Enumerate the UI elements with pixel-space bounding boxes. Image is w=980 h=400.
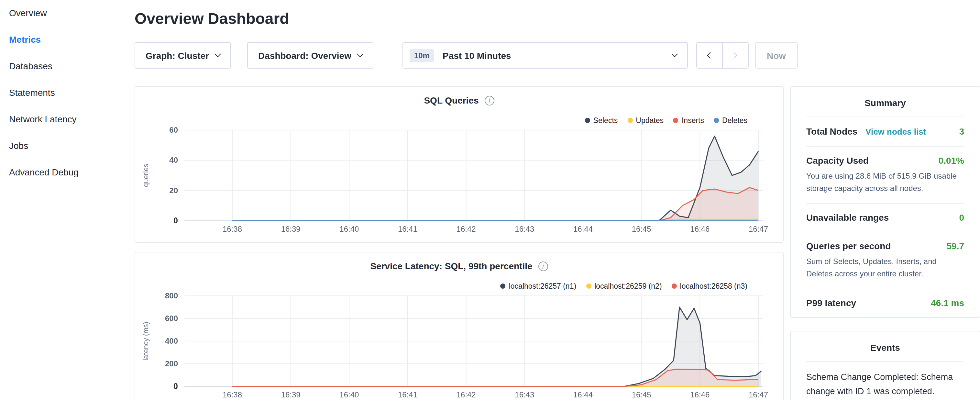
svg-text:800: 800 — [165, 291, 178, 300]
sidebar-item-overview[interactable]: Overview — [0, 0, 123, 27]
main-content: Overview Dashboard Graph: Cluster Dashbo… — [123, 0, 980, 400]
stat-value: 0.01% — [939, 155, 964, 166]
legend-label: Deletes — [722, 116, 748, 124]
svg-text:16:41: 16:41 — [398, 390, 417, 399]
sidebar-item-advanced-debug[interactable]: Advanced Debug — [0, 159, 123, 186]
chevron-down-icon — [215, 51, 221, 57]
view-nodes-list-link[interactable]: View nodes list — [865, 127, 926, 137]
svg-text:queries: queries — [142, 164, 150, 187]
stat-value: 0 — [959, 212, 964, 223]
svg-text:16:41: 16:41 — [398, 225, 417, 233]
time-step-buttons — [696, 42, 749, 69]
svg-text:16:40: 16:40 — [339, 390, 359, 399]
svg-text:16:38: 16:38 — [223, 225, 242, 233]
legend-label: Inserts — [682, 116, 704, 124]
legend-dot-icon — [501, 284, 506, 288]
legend-dot-icon — [585, 118, 590, 123]
events-panel: Events Schema Change Completed: Schema c… — [790, 331, 980, 400]
events-heading: Events — [806, 332, 964, 362]
stat-capacity-used: Capacity Used 0.01% You are using 28.6 M… — [806, 146, 964, 203]
chart-sql-queries: SQL Queries i SelectsUpdatesInsertsDelet… — [135, 86, 784, 243]
svg-text:16:42: 16:42 — [457, 225, 476, 233]
stat-value: 59.7 — [947, 241, 964, 251]
chart-title: Service Latency: SQL, 99th percentile — [370, 261, 532, 271]
sidebar-item-metrics[interactable]: Metrics — [0, 27, 123, 53]
legend-item-localhost-26257-n1-[interactable]: localhost:26257 (n1) — [501, 282, 576, 290]
charts-column: SQL Queries i SelectsUpdatesInsertsDelet… — [135, 86, 784, 400]
controls-bar: Graph: Cluster Dashboard: Overview 10m P… — [135, 42, 980, 69]
graph-scope-label: Graph: Cluster — [146, 50, 209, 61]
svg-text:600: 600 — [165, 314, 178, 323]
svg-text:16:43: 16:43 — [515, 390, 534, 399]
legend-item-inserts[interactable]: Inserts — [673, 116, 704, 124]
chart-canvas[interactable]: 16:3816:3916:4016:4116:4216:4316:4416:45… — [135, 291, 783, 400]
legend-item-updates[interactable]: Updates — [627, 116, 663, 124]
sidebar: Overview Metrics Databases Statements Ne… — [0, 0, 123, 400]
time-next-button[interactable] — [722, 42, 749, 69]
legend-dot-icon — [672, 284, 677, 288]
stat-label: Capacity Used — [806, 155, 869, 166]
summary-panel: Summary Total Nodes View nodes list 3 — [790, 86, 980, 318]
stat-value: 46.1 ms — [931, 298, 964, 308]
sidebar-item-databases[interactable]: Databases — [0, 53, 123, 80]
svg-text:200: 200 — [165, 359, 178, 368]
svg-text:16:42: 16:42 — [457, 390, 476, 399]
time-controls: 10m Past 10 Minutes Now — [402, 42, 797, 69]
legend-item-deletes[interactable]: Deletes — [714, 116, 748, 124]
sidebar-item-jobs[interactable]: Jobs — [0, 133, 123, 159]
sidebar-item-network-latency[interactable]: Network Latency — [0, 106, 123, 133]
svg-text:400: 400 — [165, 336, 178, 345]
page-title: Overview Dashboard — [135, 10, 980, 28]
svg-text:0: 0 — [173, 216, 178, 225]
now-button[interactable]: Now — [755, 42, 797, 69]
svg-text:0: 0 — [173, 382, 178, 390]
svg-text:20: 20 — [169, 186, 178, 195]
svg-text:16:47: 16:47 — [749, 390, 768, 399]
stat-total-nodes: Total Nodes View nodes list 3 — [806, 116, 964, 146]
app-root: Overview Metrics Databases Statements Ne… — [0, 0, 980, 400]
chevron-left-icon — [707, 52, 714, 59]
chart-header: SQL Queries i — [135, 95, 783, 105]
dashboard-body: SQL Queries i SelectsUpdatesInsertsDelet… — [135, 86, 980, 400]
legend-item-selects[interactable]: Selects — [585, 116, 618, 124]
legend-label: localhost:26258 (n3) — [680, 282, 748, 290]
svg-text:16:46: 16:46 — [690, 225, 710, 233]
dashboard-dropdown[interactable]: Dashboard: Overview — [247, 42, 373, 69]
legend-dot-icon — [586, 284, 591, 288]
info-icon[interactable]: i — [485, 96, 494, 105]
chart-canvas[interactable]: 16:3816:3916:4016:4116:4216:4316:4416:45… — [135, 126, 783, 239]
time-prev-button[interactable] — [696, 42, 723, 69]
svg-text:16:39: 16:39 — [281, 225, 301, 233]
legend-dot-icon — [714, 118, 719, 123]
svg-text:16:44: 16:44 — [573, 225, 593, 233]
svg-text:16:43: 16:43 — [515, 225, 534, 233]
stat-description: Sum of Selects, Updates, Inserts, and De… — [806, 256, 964, 280]
svg-text:60: 60 — [169, 126, 178, 134]
stat-value: 3 — [959, 126, 964, 137]
svg-text:16:38: 16:38 — [223, 390, 242, 399]
legend-item-localhost-26259-n2-[interactable]: localhost:26259 (n2) — [586, 282, 662, 290]
time-window-label: Past 10 Minutes — [442, 50, 672, 61]
svg-text:16:45: 16:45 — [632, 390, 651, 399]
chevron-down-icon — [357, 51, 363, 57]
time-window-dropdown[interactable]: 10m Past 10 Minutes — [402, 42, 688, 69]
svg-text:16:44: 16:44 — [573, 390, 593, 399]
stat-label: P99 latency — [806, 298, 856, 308]
svg-text:16:46: 16:46 — [690, 390, 710, 399]
stat-unavailable-ranges: Unavailable ranges 0 — [806, 203, 964, 232]
stat-label: Queries per second — [806, 241, 891, 251]
legend-label: Selects — [593, 116, 618, 124]
stat-label: Total Nodes — [806, 126, 858, 137]
svg-text:latency (ms): latency (ms) — [142, 322, 150, 360]
legend-item-localhost-26258-n3-[interactable]: localhost:26258 (n3) — [672, 282, 748, 290]
right-sidebar: Summary Total Nodes View nodes list 3 — [790, 86, 980, 400]
svg-text:16:40: 16:40 — [339, 225, 359, 233]
chevron-right-icon — [731, 52, 738, 59]
sidebar-item-statements[interactable]: Statements — [0, 80, 123, 106]
info-icon[interactable]: i — [538, 261, 548, 271]
stat-label: Unavailable ranges — [806, 212, 889, 223]
event-item[interactable]: Schema Change Completed: Schema change w… — [806, 362, 964, 400]
svg-text:16:39: 16:39 — [281, 390, 301, 399]
graph-scope-dropdown[interactable]: Graph: Cluster — [135, 42, 231, 69]
legend-dot-icon — [627, 118, 633, 123]
